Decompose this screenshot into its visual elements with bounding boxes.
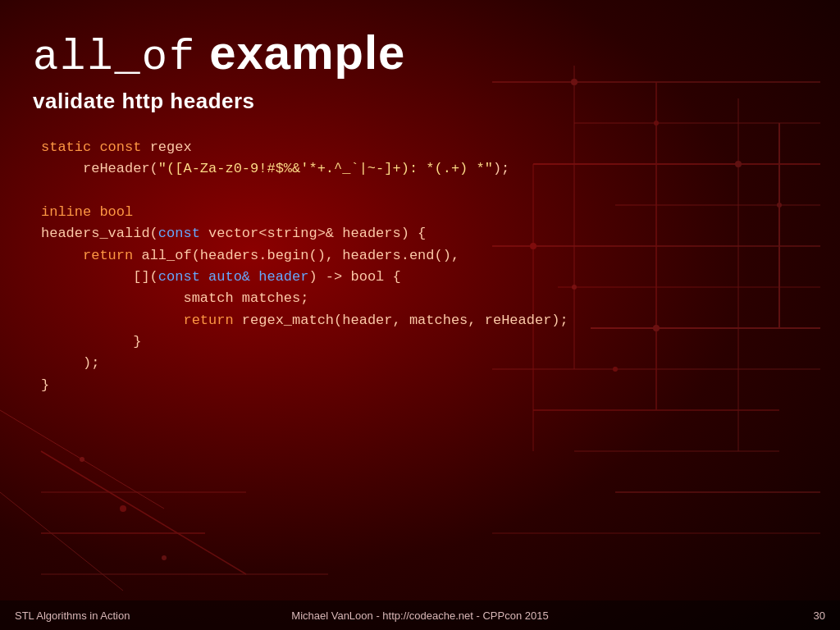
footer: STL Algorithms in Action Michael VanLoon…: [0, 600, 840, 630]
svg-point-33: [162, 555, 167, 560]
svg-point-31: [80, 457, 84, 462]
footer-left: STL Algorithms in Action: [15, 609, 130, 622]
code-line-7: [](const auto& header) -> bool {: [41, 267, 807, 288]
svg-line-30: [0, 492, 123, 591]
slide-content: all_of example validate http headers sta…: [0, 0, 840, 396]
svg-line-28: [0, 410, 164, 509]
code-line-2: reHeader("([A-Za-z0-9!#$%&'*+.^_`|~-]+):…: [41, 158, 807, 180]
code-line-1: static const regex: [41, 137, 807, 158]
code-line-10: }: [41, 331, 807, 353]
title-mono: all_of: [33, 34, 196, 82]
footer-center: Michael VanLoon - http://codeache.net - …: [291, 609, 548, 622]
title-container: all_of example: [33, 25, 807, 82]
code-line-12: }: [41, 375, 807, 396]
code-line-4: inline bool: [41, 202, 807, 223]
code-line-8: smatch matches;: [41, 288, 807, 309]
code-line-blank: [41, 180, 807, 202]
title-bold: example: [209, 25, 405, 80]
code-line-5: headers_valid(const vector<string>& head…: [41, 223, 807, 244]
slide: all_of example validate http headers sta…: [0, 0, 840, 630]
svg-line-29: [41, 451, 246, 574]
code-line-9: return regex_match(header, matches, reHe…: [41, 310, 807, 331]
code-block: static const regex reHeader("([A-Za-z0-9…: [33, 137, 807, 396]
code-line-11: );: [41, 353, 807, 374]
subtitle: validate http headers: [33, 89, 807, 114]
code-line-6: return all_of(headers.begin(), headers.e…: [41, 245, 807, 267]
svg-point-32: [120, 505, 126, 512]
footer-page-number: 30: [814, 609, 825, 622]
